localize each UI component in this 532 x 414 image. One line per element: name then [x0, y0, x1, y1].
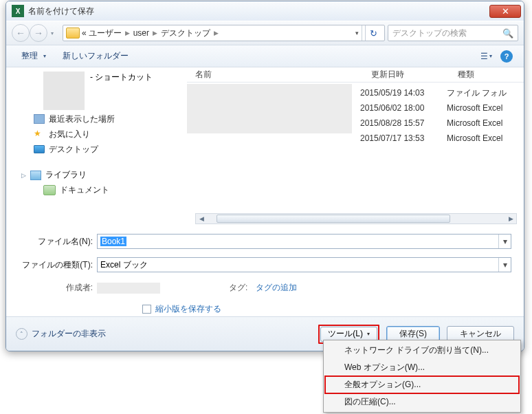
address-bar[interactable]: « ユーザー ▶ user ▶ デスクトップ ▶ ▾ ↻	[63, 25, 385, 41]
form-area: ファイル名(N): Book1 ▾ ファイルの種類(T): Excel ブック …	[6, 227, 524, 319]
filetype-value: Excel ブック	[100, 259, 148, 271]
hide-folders-label: フォルダーの非表示	[32, 328, 106, 340]
tag-label: タグ:	[229, 282, 252, 294]
help-button[interactable]: ?	[498, 49, 516, 64]
sidebar-label: ライブラリ	[45, 169, 87, 181]
chevron-right-icon[interactable]: ▶	[125, 30, 130, 36]
view-options-button[interactable]: ☰▾	[477, 49, 495, 64]
chevron-up-icon: ˄	[16, 328, 27, 340]
filename-input[interactable]: Book1 ▾	[97, 234, 511, 249]
library-icon	[30, 171, 41, 180]
sidebar-label: デスクトップ	[49, 144, 98, 155]
scroll-left-button[interactable]: ◀	[196, 214, 207, 224]
file-row[interactable]: 2015/05/19 14:03 ファイル フォル	[352, 85, 524, 100]
sidebar-group-libraries[interactable]: ▷ ライブラリ	[6, 166, 187, 182]
file-kind: Microsoft Excel	[447, 133, 502, 143]
sidebar-label: 最近表示した場所	[49, 113, 115, 125]
folder-icon	[43, 185, 56, 195]
excel-app-icon: X	[12, 5, 24, 17]
breadcrumb-part[interactable]: user	[133, 28, 149, 38]
address-dropdown[interactable]: ▾	[355, 30, 359, 36]
column-name[interactable]: 名前	[195, 69, 371, 80]
redacted-filenames	[187, 84, 352, 133]
sidebar-label: お気に入り	[49, 129, 90, 140]
recent-places-icon	[34, 114, 45, 124]
expand-icon[interactable]: ▷	[21, 172, 26, 179]
column-kind[interactable]: 種類	[458, 69, 524, 80]
dropdown-icon[interactable]: ▾	[498, 235, 511, 248]
add-tag-link[interactable]: タグの追加	[256, 282, 297, 294]
nav-forward-button[interactable]: →	[30, 24, 47, 42]
tools-dropdown-menu: ネットワーク ドライブの割り当て(N)... Web オプション(W)... 全…	[323, 340, 521, 413]
file-row[interactable]: 2015/08/28 15:57 Microsoft Excel	[352, 116, 524, 131]
tools-label: ツール(L)	[328, 328, 363, 340]
search-icon: 🔍	[502, 28, 513, 39]
hide-folders-toggle[interactable]: ˄ フォルダーの非表示	[16, 328, 106, 340]
breadcrumb-part[interactable]: ユーザー	[89, 28, 122, 39]
save-as-dialog: X 名前を付けて保存 ✕ ← → ▾ « ユーザー ▶ user ▶ デスクトッ…	[5, 1, 524, 351]
nav-history-dropdown[interactable]: ▾	[47, 24, 57, 42]
file-date: 2015/08/28 15:57	[360, 118, 447, 128]
chevron-right-icon[interactable]: ▶	[214, 30, 219, 36]
redacted-thumbnail	[43, 98, 85, 110]
filetype-label: ファイルの種類(T):	[19, 259, 97, 271]
refresh-button[interactable]: ↻	[365, 25, 381, 41]
file-date: 2015/07/17 13:53	[360, 133, 447, 143]
sidebar-item-documents[interactable]: ドキュメント	[6, 182, 187, 197]
file-row[interactable]: 2015/06/02 18:00 Microsoft Excel	[352, 100, 524, 116]
breadcrumb-prefix: «	[82, 28, 87, 38]
horizontal-scrollbar[interactable]: ◀ ▶	[195, 213, 517, 224]
file-kind: Microsoft Excel	[447, 103, 502, 113]
author-value-redacted[interactable]	[97, 283, 160, 294]
redacted-thumbnail	[43, 72, 85, 99]
dropdown-icon[interactable]: ▾	[498, 258, 511, 272]
sidebar-item-desktop[interactable]: デスクトップ	[6, 142, 187, 157]
author-label: 作成者:	[19, 282, 97, 294]
chevron-right-icon[interactable]: ▶	[153, 30, 157, 36]
sidebar-item-favorites[interactable]: ★ お気に入り	[6, 127, 187, 142]
search-input[interactable]: デスクトップの検索 🔍	[388, 25, 518, 41]
filetype-select[interactable]: Excel ブック ▾	[97, 257, 511, 272]
nav-bar: ← → ▾ « ユーザー ▶ user ▶ デスクトップ ▶ ▾ ↻ デスクトッ…	[6, 21, 524, 45]
save-thumbnail-checkbox[interactable]	[142, 305, 151, 314]
filename-value: Book1	[100, 237, 126, 246]
file-kind: ファイル フォル	[447, 87, 507, 99]
filename-label: ファイル名(N):	[19, 236, 97, 248]
menu-item-compress[interactable]: 図の圧縮(C)...	[325, 393, 519, 411]
menu-item-web-options[interactable]: Web オプション(W)...	[325, 359, 519, 376]
folder-icon	[66, 28, 80, 39]
titlebar: X 名前を付けて保存 ✕	[6, 1, 524, 21]
sidebar-item-shortcut[interactable]: - ショートカット	[90, 72, 153, 83]
scrollbar-thumb[interactable]	[217, 215, 450, 223]
menu-item-general-options[interactable]: 全般オプション(G)...	[325, 376, 519, 393]
column-headers[interactable]: 名前 更新日時 種類	[187, 67, 524, 83]
file-list-pane: 名前 更新日時 種類 2015/05/19 14:03 ファイル フォル 201…	[187, 67, 524, 227]
breadcrumb-part[interactable]: デスクトップ	[161, 28, 210, 39]
nav-back-button[interactable]: ←	[12, 24, 30, 42]
toolbar: 整理 新しいフォルダー ☰▾ ?	[6, 45, 524, 67]
sidebar-label: ドキュメント	[60, 184, 109, 196]
window-title: 名前を付けて保存	[28, 6, 489, 17]
file-date: 2015/05/19 14:03	[360, 88, 447, 98]
scroll-right-button[interactable]: ▶	[505, 214, 516, 224]
file-kind: Microsoft Excel	[447, 118, 502, 128]
menu-item-map-drive[interactable]: ネットワーク ドライブの割り当て(N)...	[325, 342, 519, 359]
file-row[interactable]: 2015/07/17 13:53 Microsoft Excel	[352, 131, 524, 146]
search-placeholder: デスクトップの検索	[392, 28, 467, 39]
close-button[interactable]: ✕	[489, 5, 521, 18]
column-date[interactable]: 更新日時	[371, 69, 458, 80]
navigation-pane: - ショートカット 最近表示した場所 ★ お気に入り デスクトップ ▷	[6, 67, 187, 227]
file-date: 2015/06/02 18:00	[360, 103, 447, 113]
new-folder-button[interactable]: 新しいフォルダー	[56, 47, 135, 65]
save-thumbnail-label: 縮小版を保存する	[155, 303, 221, 315]
sidebar-item-recent[interactable]: 最近表示した場所	[6, 111, 187, 127]
desktop-icon	[34, 145, 45, 153]
organize-button[interactable]: 整理	[14, 47, 53, 65]
star-icon: ★	[34, 129, 45, 140]
